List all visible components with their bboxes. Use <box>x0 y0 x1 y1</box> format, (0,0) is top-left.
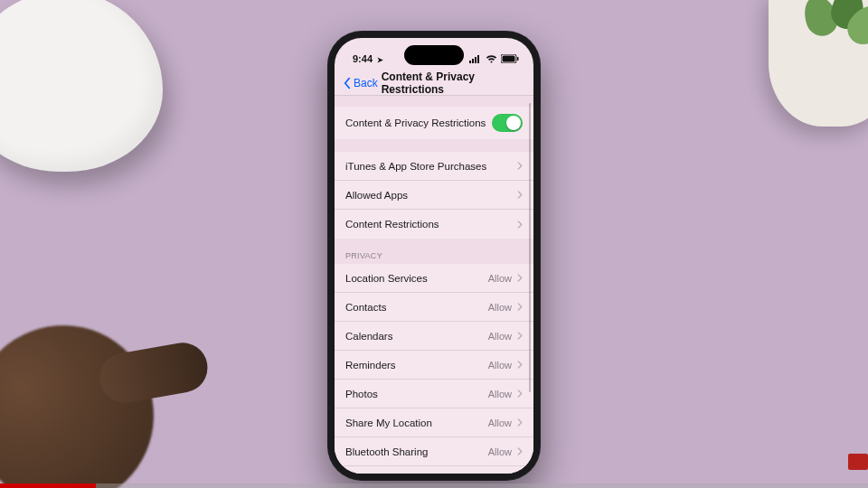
status-time: 9:44 ➤ <box>353 53 383 64</box>
row-label: Bluetooth Sharing <box>345 446 428 457</box>
reminders-row[interactable]: Reminders Allow <box>335 351 533 380</box>
toggle-knob <box>506 116 521 130</box>
row-value: Allow <box>488 273 512 284</box>
chevron-left-icon <box>342 77 353 89</box>
battery-icon <box>501 54 519 63</box>
row-label: iTunes & App Store Purchases <box>345 161 486 172</box>
svg-rect-5 <box>503 56 515 62</box>
svg-rect-3 <box>477 55 479 63</box>
chevron-right-icon <box>517 447 523 455</box>
desk-background: 9:44 ➤ Back Content & Privacy Restrictio… <box>0 0 868 488</box>
content-privacy-toggle-row[interactable]: Content & Privacy Restrictions <box>335 107 533 139</box>
iphone-screen: 9:44 ➤ Back Content & Privacy Restrictio… <box>335 38 533 474</box>
contacts-row[interactable]: Contacts Allow <box>335 293 533 322</box>
row-label: Allowed Apps <box>345 190 408 201</box>
location-services-row[interactable]: Location Services Allow <box>335 264 533 293</box>
toggle-group: Content & Privacy Restrictions <box>335 107 533 139</box>
bluetooth-sharing-row[interactable]: Bluetooth Sharing Allow <box>335 437 533 466</box>
chevron-right-icon <box>517 191 523 199</box>
video-progress-fill <box>0 483 96 488</box>
privacy-section-header: PRIVACY <box>335 239 533 264</box>
allowed-apps-row[interactable]: Allowed Apps <box>335 181 533 210</box>
row-label: Content Restrictions <box>345 219 439 230</box>
page-title: Content & Privacy Restrictions <box>382 70 526 96</box>
apple-mouse-prop <box>0 0 163 172</box>
back-button[interactable]: Back <box>342 77 378 89</box>
chevron-right-icon <box>517 361 523 369</box>
row-value: Allow <box>488 331 512 342</box>
row-value: Allow <box>488 360 512 371</box>
dynamic-island <box>404 45 464 65</box>
svg-rect-0 <box>469 61 471 63</box>
scrollbar[interactable] <box>529 103 531 392</box>
chevron-right-icon <box>517 162 523 170</box>
row-value: Allow <box>488 389 512 399</box>
chevron-right-icon <box>517 221 523 229</box>
privacy-group: Location Services Allow Contacts Allow C… <box>335 264 533 474</box>
back-label: Back <box>354 77 378 89</box>
calendars-row[interactable]: Calendars Allow <box>335 322 533 351</box>
microphone-row[interactable]: Microphone Allow <box>335 466 533 474</box>
chevron-right-icon <box>517 274 523 282</box>
row-label: Share My Location <box>345 418 432 428</box>
row-label: Photos <box>345 389 378 399</box>
row-value: Allow <box>488 418 512 428</box>
video-progress-bar[interactable] <box>0 483 868 488</box>
photos-row[interactable]: Photos Allow <box>335 380 533 408</box>
red-card-prop <box>848 454 868 470</box>
nav-bar: Back Content & Privacy Restrictions <box>335 70 533 96</box>
toggle-label: Content & Privacy Restrictions <box>345 117 486 128</box>
chevron-right-icon <box>517 332 523 340</box>
wifi-icon <box>486 55 497 63</box>
settings-content[interactable]: Content & Privacy Restrictions iTunes & … <box>335 96 533 474</box>
row-value: Allow <box>488 446 512 457</box>
chevron-right-icon <box>517 389 523 398</box>
purchases-group: iTunes & App Store Purchases Allowed App… <box>335 152 533 239</box>
chevron-right-icon <box>517 303 523 311</box>
cellular-icon <box>469 55 482 63</box>
content-privacy-toggle[interactable] <box>492 114 523 132</box>
location-arrow-icon: ➤ <box>377 56 383 64</box>
row-value: Allow <box>488 302 512 313</box>
itunes-purchases-row[interactable]: iTunes & App Store Purchases <box>335 152 533 181</box>
row-label: Reminders <box>345 360 396 371</box>
svg-rect-6 <box>517 57 519 61</box>
svg-rect-2 <box>475 57 476 63</box>
clock-text: 9:44 <box>353 53 373 64</box>
row-label: Location Services <box>345 273 428 284</box>
chevron-right-icon <box>517 418 523 427</box>
content-restrictions-row[interactable]: Content Restrictions <box>335 210 533 239</box>
iphone-frame: 9:44 ➤ Back Content & Privacy Restrictio… <box>327 31 541 481</box>
row-label: Contacts <box>345 302 386 313</box>
svg-rect-1 <box>472 59 474 63</box>
row-label: Calendars <box>345 331 392 342</box>
share-location-row[interactable]: Share My Location Allow <box>335 408 533 437</box>
status-right-icons <box>469 54 519 63</box>
